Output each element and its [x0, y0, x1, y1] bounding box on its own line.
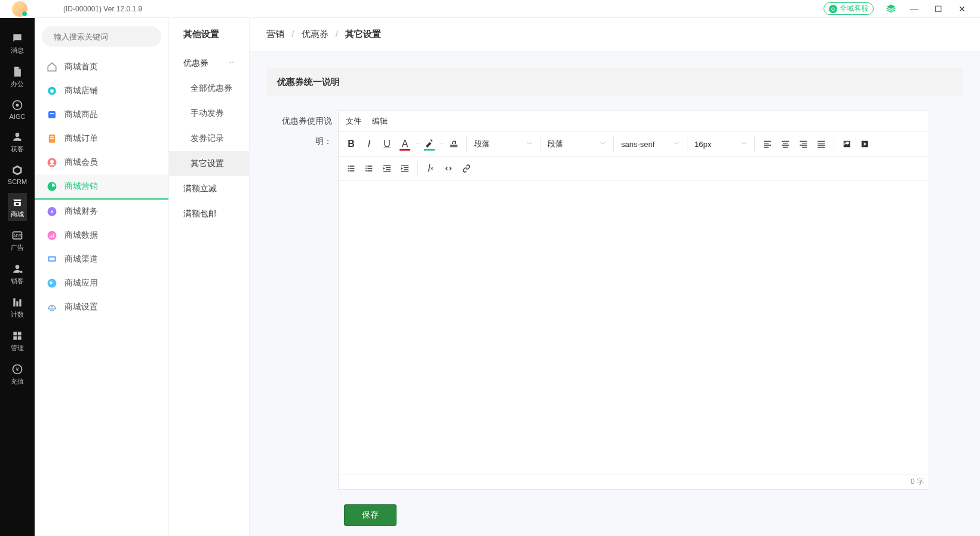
rail-item-label: 消息 — [11, 46, 24, 55]
breadcrumb-item[interactable]: 营销 — [266, 29, 284, 39]
insert-image-button[interactable] — [838, 134, 856, 154]
sidebar-item-member[interactable]: 商城会员 — [35, 151, 168, 174]
paragraph-style-select[interactable]: 段落﹀ — [471, 134, 536, 154]
sidebar-item-shop[interactable]: 商城店铺 — [35, 79, 168, 103]
search-input[interactable] — [54, 32, 154, 41]
font-size-select[interactable]: 16px﹀ — [691, 134, 751, 154]
rail-item-label: 管理 — [11, 344, 24, 353]
secondary-sidebar: 商城首页商城店铺商城商品商城订单商城会员商城营销¥商城财务商城数据商城渠道商城应… — [35, 18, 169, 536]
channel-icon — [45, 253, 59, 266]
submenu-item-all[interactable]: 全部优惠券 — [169, 76, 249, 101]
close-button[interactable]: ✕ — [955, 4, 969, 14]
submenu-item-other[interactable]: 其它设置 — [169, 151, 249, 176]
sidebar-item-label: 商城店铺 — [64, 85, 98, 96]
align-center-button[interactable] — [776, 134, 794, 154]
sidebar-item-label: 商城渠道 — [64, 254, 98, 265]
sidebar-item-label: 商城订单 — [64, 133, 98, 144]
code-button[interactable] — [440, 159, 457, 178]
text-color-button[interactable]: A — [396, 134, 414, 154]
menu-item-full-ship[interactable]: 满额包邮 — [169, 201, 249, 226]
indent-button[interactable] — [396, 159, 414, 178]
set-icon — [45, 301, 59, 314]
rail-item-label: 办公 — [11, 79, 24, 88]
shop-icon — [11, 195, 24, 209]
minimize-button[interactable]: — — [907, 4, 921, 14]
sidebar-item-label: 商城营销 — [64, 181, 98, 192]
sidebar-item-finance[interactable]: ¥商城财务 — [35, 200, 168, 223]
rail-item-mgmt[interactable]: 管理 — [8, 327, 27, 355]
rail-item-ads[interactable]: ADS广告 — [8, 226, 27, 255]
font-family-select[interactable]: sans-serif﹀ — [618, 134, 683, 154]
italic-button[interactable]: I — [360, 134, 378, 154]
sidebar-item-data[interactable]: 商城数据 — [35, 223, 168, 247]
rail-item-scrm[interactable]: SCRM — [8, 161, 27, 188]
rail-item-msg[interactable]: 消息 — [8, 29, 27, 57]
rail-item-lock[interactable]: 锁客 — [8, 260, 27, 288]
menu-item-full-reduce[interactable]: 满额立减 — [169, 176, 249, 201]
outdent-button[interactable] — [378, 159, 396, 178]
clear-format-button[interactable] — [445, 134, 463, 154]
menu-group-label: 优惠券 — [183, 58, 208, 69]
aigc-icon — [11, 99, 24, 112]
app-id-version: (ID-000001) Ver 12.0.1.9 — [63, 5, 142, 13]
lock-icon — [11, 262, 24, 275]
align-left-button[interactable] — [758, 134, 776, 154]
rail-item-count[interactable]: 计数 — [8, 293, 27, 321]
rail-item-label: 充值 — [11, 377, 24, 386]
customer-service-badge[interactable]: ☺ 全域客服 — [824, 2, 874, 15]
chevron-down-icon[interactable]: ﹀ — [415, 140, 420, 148]
sidebar-item-channel[interactable]: 商城渠道 — [35, 247, 168, 271]
editor-menu-edit[interactable]: 编辑 — [372, 116, 388, 127]
link-button[interactable] — [457, 159, 475, 178]
layers-icon[interactable] — [886, 4, 896, 14]
rail-item-leads[interactable]: 获客 — [8, 128, 27, 156]
rail-item-recharge[interactable]: ¥充值 — [8, 360, 27, 388]
app-icon — [45, 277, 59, 290]
rail-item-aigc[interactable]: AIGC — [8, 96, 27, 122]
chevron-down-icon: ﹀ — [662, 140, 680, 148]
avatar[interactable] — [12, 1, 27, 17]
home-icon — [45, 60, 59, 73]
order-icon — [45, 132, 59, 145]
align-right-button[interactable] — [794, 134, 812, 154]
submenu-item-manual[interactable]: 手动发券 — [169, 101, 249, 126]
remove-format-button[interactable]: I× — [422, 159, 440, 178]
sidebar-item-goods[interactable]: 商城商品 — [35, 103, 168, 127]
breadcrumb: 营销 / 优惠券 / 其它设置 — [250, 18, 980, 51]
menu-group-coupon[interactable]: 优惠券 ﹀ — [169, 51, 249, 76]
sidebar-item-app[interactable]: 商城应用 — [35, 271, 168, 295]
rail-item-shop[interactable]: 商城 — [8, 193, 27, 221]
unordered-list-button[interactable] — [342, 159, 360, 178]
tertiary-title: 其他设置 — [169, 18, 249, 51]
breadcrumb-item[interactable]: 优惠券 — [302, 29, 328, 39]
editor-content-area[interactable] — [339, 181, 929, 474]
paragraph-format-select[interactable]: 段落﹀ — [544, 134, 610, 154]
maximize-button[interactable]: ☐ — [931, 4, 945, 14]
rich-text-editor: 文件 编辑 B I U A﹀ ﹀ 段落﹀ 段落﹀ — [338, 111, 929, 490]
align-justify-button[interactable] — [812, 134, 830, 154]
sidebar-item-home[interactable]: 商城首页 — [35, 55, 168, 79]
titlebar: (ID-000001) Ver 12.0.1.9 ☺ 全域客服 — ☐ ✕ — [0, 0, 980, 18]
leads-icon — [11, 130, 24, 143]
insert-video-button[interactable] — [856, 134, 874, 154]
msg-icon — [11, 32, 24, 45]
sidebar-item-market[interactable]: 商城营销 — [35, 174, 168, 200]
editor-menu-file[interactable]: 文件 — [346, 116, 361, 127]
chevron-down-icon[interactable]: ﹀ — [440, 140, 445, 148]
save-button[interactable]: 保存 — [344, 504, 397, 526]
rail-item-label: 获客 — [11, 145, 24, 154]
rail-item-oa[interactable]: 办公 — [8, 63, 27, 91]
submenu-item-log[interactable]: 发券记录 — [169, 126, 249, 151]
search-box[interactable] — [42, 26, 161, 47]
sidebar-item-set[interactable]: 商城设置 — [35, 295, 168, 319]
highlight-color-button[interactable] — [420, 134, 438, 154]
editor-toolbar-1: B I U A﹀ ﹀ 段落﹀ 段落﹀ sans-serif﹀ 16px﹀ — [339, 131, 929, 157]
sidebar-item-label: 商城会员 — [64, 157, 98, 168]
panel-title: 优惠券统一说明 — [266, 68, 963, 96]
sidebar-item-order[interactable]: 商城订单 — [35, 127, 168, 151]
svg-point-1 — [16, 104, 19, 107]
bold-button[interactable]: B — [342, 134, 360, 154]
underline-button[interactable]: U — [378, 134, 396, 154]
ordered-list-button[interactable] — [360, 159, 378, 178]
breadcrumb-current: 其它设置 — [345, 29, 381, 39]
